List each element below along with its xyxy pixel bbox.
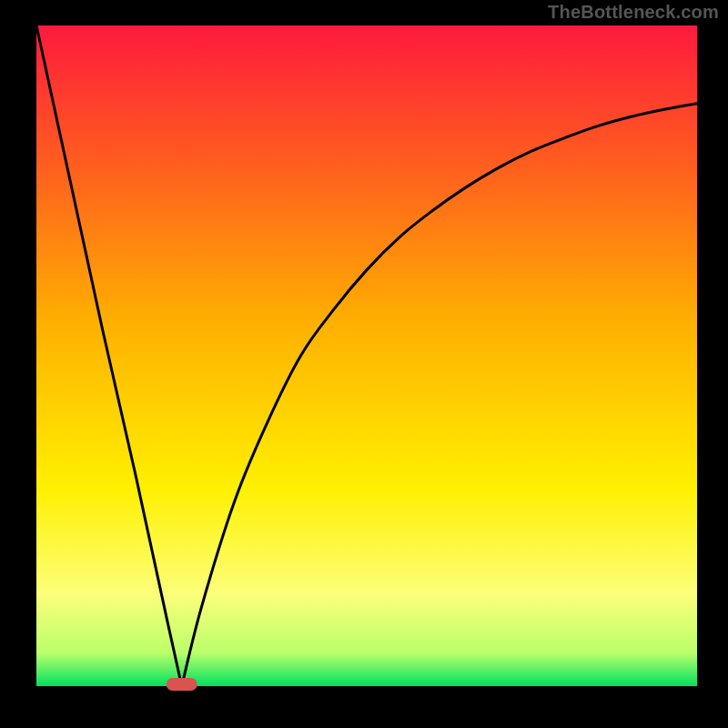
watermark-text: TheBottleneck.com <box>548 2 719 23</box>
optimal-point-marker <box>167 678 197 691</box>
chart-frame: TheBottleneck.com <box>0 0 728 728</box>
chart-svg <box>0 0 728 728</box>
